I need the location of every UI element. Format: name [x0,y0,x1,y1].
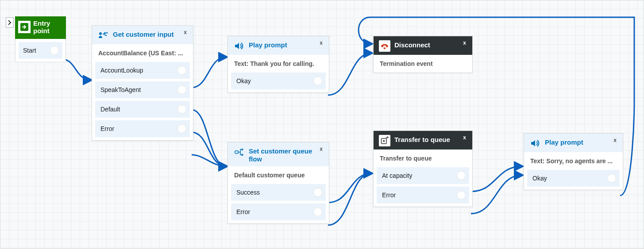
get-input-icon [97,30,109,41]
speaker-icon [529,138,541,149]
outlet-okay[interactable]: Okay [231,73,326,89]
outlet-account-lookup[interactable]: AccountLookup [95,62,190,79]
node-title: Play prompt [545,138,609,146]
flow-branch-icon [233,146,245,158]
close-icon[interactable]: x [319,40,324,46]
close-icon[interactable]: x [319,146,324,152]
node-title: Entry point [33,19,62,35]
outlet-at-capacity[interactable]: At capacity [377,167,469,184]
node-disconnect[interactable]: Disconnect x Termination event [373,36,473,73]
node-play-prompt-thankyou[interactable]: Play prompt x Text: Thank you for callin… [228,36,329,93]
sidebar-expand-handle[interactable] [6,17,14,28]
outlet-label: Error [382,192,396,199]
node-subtitle: AccountBalance (US East: ... [92,44,193,62]
node-header: Disconnect x [374,36,472,55]
node-get-customer-input[interactable]: Get customer input x AccountBalance (US … [92,25,193,141]
node-title: Get customer input [113,30,179,38]
node-title: Disconnect [394,40,458,49]
outlet-label: At capacity [382,172,412,179]
node-play-prompt-sorry[interactable]: Play prompt x Text: Sorry, no agents are… [524,133,623,190]
outlet-error[interactable]: Error [95,120,190,137]
node-subtitle: Transfer to queue [374,149,472,167]
outlet-success[interactable]: Success [231,184,326,201]
outlet-default[interactable]: Default [95,101,190,118]
outlet-error[interactable]: Error [231,203,326,220]
outlet-label: Error [236,208,250,215]
close-icon[interactable]: x [613,138,617,143]
node-subtitle: Termination event [374,55,472,73]
outlet-okay[interactable]: Okay [527,170,620,187]
close-icon[interactable]: x [462,135,467,140]
outlet-label: Error [100,125,114,132]
outlet-label: AccountLookup [100,67,143,74]
node-header: Play prompt x [228,36,329,55]
outlet-label: SpeakToAgent [100,86,141,93]
node-set-customer-queue-flow[interactable]: Set customer queue flow x Default custom… [228,142,329,224]
node-header: Transfer to queue x [374,131,472,149]
outlet-label: Okay [532,175,547,182]
flow-canvas[interactable]: Entry point Start Get customer input x A… [0,0,644,249]
node-header: Entry point [15,16,66,39]
hangup-icon [379,40,390,52]
node-title: Set customer queue flow [249,146,315,163]
node-title: Transfer to queue [394,135,458,144]
outlet-start[interactable]: Start [19,42,62,59]
node-title: Play prompt [249,40,315,49]
node-header: Set customer queue flow x [228,142,329,166]
chevron-right-icon [8,20,12,25]
node-transfer-to-queue[interactable]: Transfer to queue x Transfer to queue At… [373,130,473,207]
node-header: Get customer input x [92,26,193,44]
outlet-label: Start [23,47,36,54]
node-header: Play prompt x [524,134,623,152]
node-entry-point[interactable]: Entry point Start [15,16,66,62]
transfer-icon [379,135,390,146]
outlet-error[interactable]: Error [377,187,469,203]
svg-rect-5 [235,151,238,153]
outlet-label: Success [236,189,260,196]
close-icon[interactable]: x [462,40,467,46]
entry-arrow-icon [18,21,31,33]
node-subtitle: Text: Sorry, no agents are ... [524,152,623,170]
outlet-label: Okay [236,77,251,84]
svg-point-1 [99,32,102,35]
node-subtitle: Default customer queue [228,166,329,184]
close-icon[interactable]: x [183,30,188,35]
speaker-icon [233,40,245,52]
outlet-speak-to-agent[interactable]: SpeakToAgent [95,81,190,98]
outlet-label: Default [100,106,120,113]
node-subtitle: Text: Thank you for calling. [228,55,329,73]
